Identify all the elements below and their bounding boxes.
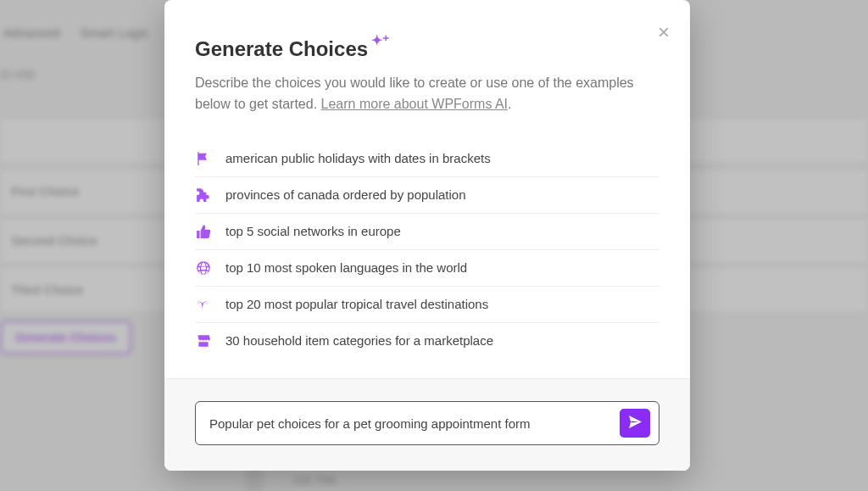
modal-title-text: Generate Choices [195, 37, 368, 61]
close-button[interactable]: × [658, 22, 670, 42]
modal-title: Generate Choices ✦⁺ [195, 37, 389, 61]
example-item-holidays[interactable]: american public holidays with dates in b… [195, 141, 659, 176]
prompt-container [195, 401, 659, 445]
modal-footer [164, 378, 690, 471]
send-icon [628, 415, 643, 432]
close-icon: × [658, 20, 670, 43]
thumbs-up-icon [195, 223, 212, 240]
example-text: provinces of canada ordered by populatio… [225, 187, 466, 202]
example-item-social[interactable]: top 5 social networks in europe [195, 213, 659, 249]
example-text: top 20 most popular tropical travel dest… [225, 297, 488, 311]
examples-list: american public holidays with dates in b… [164, 141, 690, 359]
example-item-travel[interactable]: top 20 most popular tropical travel dest… [195, 286, 659, 322]
generate-choices-modal: × Generate Choices ✦⁺ Describe the choic… [164, 0, 690, 471]
store-icon [195, 332, 212, 349]
example-text: top 5 social networks in europe [225, 224, 401, 238]
learn-more-link[interactable]: Learn more about WPForms AI [321, 97, 509, 111]
sparkle-icon: ✦⁺ [371, 34, 389, 47]
example-text: top 10 most spoken languages in the worl… [225, 260, 467, 275]
prompt-input[interactable] [209, 416, 611, 431]
modal-description: Describe the choices you would like to c… [195, 73, 636, 115]
example-text: american public holidays with dates in b… [225, 151, 491, 165]
puzzle-icon [195, 187, 212, 204]
example-item-languages[interactable]: top 10 most spoken languages in the worl… [195, 249, 659, 286]
example-text: 30 household item categories for a marke… [225, 333, 493, 348]
example-item-marketplace[interactable]: 30 household item categories for a marke… [195, 322, 659, 359]
send-button[interactable] [620, 409, 650, 438]
example-item-provinces[interactable]: provinces of canada ordered by populatio… [195, 176, 659, 213]
globe-icon [195, 259, 212, 276]
flag-icon [195, 150, 212, 167]
palm-tree-icon [195, 296, 212, 313]
